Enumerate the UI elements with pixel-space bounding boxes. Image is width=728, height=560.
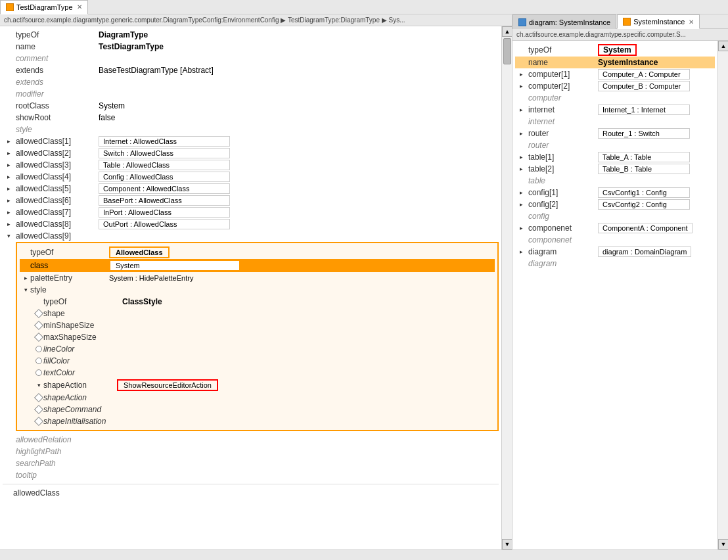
- expand-icon-table1[interactable]: ▸: [516, 152, 526, 162]
- content-area: ch.actifsource.example.diagramtype.gener…: [0, 14, 728, 549]
- right-panel: diagram: SystemInstance SystemInstance ✕…: [512, 14, 728, 549]
- tab-system-instance[interactable]: SystemInstance ✕: [617, 14, 700, 29]
- tab-bar: TestDiagramType ✕: [0, 0, 728, 14]
- expand-icon-4[interactable]: ▸: [4, 172, 13, 181]
- style-linecolor: lineColor: [33, 343, 495, 355]
- circle-icon-line: [35, 346, 42, 352]
- list-item: ▸ allowedClass[5] Component : AllowedCla…: [3, 183, 499, 195]
- value-ac7: InPort : AllowedClass: [99, 207, 230, 218]
- right-value-internet1: Internet_1 : Internet: [598, 105, 690, 115]
- expand-icon-5[interactable]: ▸: [4, 184, 13, 193]
- tab-close-test[interactable]: ✕: [77, 3, 82, 11]
- label-ac1: allowedClass[1]: [13, 137, 99, 146]
- right-scrollbar[interactable]: ▲ ▼: [717, 41, 728, 549]
- label-name: name: [13, 42, 99, 51]
- label-ac6: allowedClass[6]: [13, 196, 99, 205]
- list-item: ▸ allowedClass[7] InPort : AllowedClass: [3, 206, 499, 218]
- expand-icon-componenet[interactable]: ▸: [516, 223, 526, 233]
- nested-label-style: style: [30, 285, 109, 294]
- label-comment: comment: [13, 54, 99, 63]
- right-componenet1: ▸ componenet ComponentA : Component: [515, 222, 715, 234]
- right-internet1: ▸ internet Internet_1 : Internet: [515, 104, 715, 116]
- expand-icon-internet1[interactable]: ▸: [516, 105, 526, 114]
- right-internet-italic: internet: [515, 116, 715, 128]
- expand-icon-9[interactable]: ▾: [4, 231, 13, 241]
- right-breadcrumb-text: ch.actifsource.example.diagramtype.speci…: [516, 31, 686, 38]
- right-value-diagram1: diagram : DomainDiagram: [598, 246, 691, 257]
- tab-close-system[interactable]: ✕: [689, 18, 694, 26]
- left-scrollbar[interactable]: ▲ ▼: [501, 26, 512, 549]
- expand-icon-8[interactable]: ▸: [4, 220, 13, 229]
- scroll-down-arrow[interactable]: ▼: [502, 539, 512, 549]
- property-comment: comment: [3, 53, 499, 64]
- expand-icon-shapeaction[interactable]: ▾: [34, 381, 43, 390]
- right-tree[interactable]: typeOf System name SystemInstance ▸ comp…: [512, 41, 717, 549]
- scroll-track[interactable]: [502, 37, 512, 539]
- value-ac6: BasePort : AllowedClass: [99, 195, 230, 206]
- tab-diagram-system[interactable]: diagram: SystemInstance: [512, 14, 616, 29]
- expand-icon-style[interactable]: ▾: [21, 285, 30, 294]
- label-rootclass: rootClass: [13, 101, 99, 110]
- right-label-name: name: [526, 58, 598, 67]
- expand-icon-1[interactable]: ▸: [4, 137, 13, 146]
- right-label-componenet-i: componenet: [526, 235, 598, 245]
- style-label-shapecommand: shapeCommand: [43, 405, 117, 414]
- right-value-config2: CsvConfig2 : Config: [598, 199, 690, 210]
- expand-icon-computer1[interactable]: ▸: [516, 70, 526, 79]
- nested-allowed-class-panel: typeOf AllowedClass class System: [16, 242, 499, 431]
- nested-value-class[interactable]: System: [109, 260, 240, 271]
- nested-typeof: typeOf AllowedClass: [20, 246, 495, 259]
- expand-icon-7[interactable]: ▸: [4, 208, 13, 217]
- right-label-computer2: computer[2]: [526, 82, 598, 91]
- right-breadcrumb: ch.actifsource.example.diagramtype.speci…: [512, 29, 728, 41]
- nested-class-row[interactable]: class System: [20, 259, 495, 272]
- expand-icon-3[interactable]: ▸: [4, 160, 13, 170]
- right-value-name: SystemInstance: [598, 58, 658, 67]
- right-label-diagram1: diagram: [526, 247, 598, 256]
- right-scroll-track[interactable]: [718, 51, 728, 539]
- expand-icon-table2[interactable]: ▸: [516, 164, 526, 174]
- right-tab-bar: diagram: SystemInstance SystemInstance ✕: [512, 14, 728, 29]
- value-showroot: false: [99, 113, 115, 122]
- expand-icon-config2[interactable]: ▸: [516, 200, 526, 209]
- scroll-up-arrow[interactable]: ▲: [502, 26, 512, 37]
- right-scroll-up[interactable]: ▲: [718, 41, 728, 51]
- breadcrumb-text: ch.actifsource.example.diagramtype.gener…: [4, 16, 405, 24]
- style-shapeinit: shapeInitialisation: [33, 415, 495, 427]
- expand-icon-palette[interactable]: ▸: [21, 273, 30, 283]
- style-label-typeof: typeOf: [43, 297, 122, 306]
- expand-icon-router1[interactable]: ▸: [516, 129, 526, 138]
- style-value-shapeaction: ShowResourceEditorAction: [117, 379, 218, 391]
- label-extends2: extends: [13, 78, 99, 87]
- property-style: style: [3, 124, 499, 135]
- right-label-diagram-i: diagram: [526, 259, 598, 268]
- style-label-text: textColor: [43, 368, 117, 377]
- expand-icon-diagram[interactable]: ▸: [516, 247, 526, 256]
- right-computer1: ▸ computer[1] Computer_A : Computer: [515, 68, 715, 80]
- style-label-shapeaction: shapeAction: [43, 381, 117, 390]
- style-shapeaction2: shapeAction: [33, 392, 495, 404]
- nested-label-typeof: typeOf: [30, 248, 109, 257]
- expand-icon-6[interactable]: ▸: [4, 196, 13, 205]
- label-ac5: allowedClass[5]: [13, 184, 99, 193]
- expand-icon-config1[interactable]: ▸: [516, 188, 526, 197]
- right-value-table1: Table_A : Table: [598, 152, 690, 162]
- expand-icon-computer2[interactable]: ▸: [516, 82, 526, 91]
- bottom-properties: allowedRelation highlightPath searchPath: [3, 434, 499, 481]
- value-ac1: Internet : AllowedClass: [99, 136, 230, 147]
- bottom-allowed-class: allowedClass: [3, 484, 499, 499]
- label-allowedrelation: allowedRelation: [13, 435, 99, 444]
- style-typeof: typeOf ClassStyle: [33, 296, 495, 308]
- right-config-italic: config: [515, 210, 715, 222]
- expand-icon-2[interactable]: ▸: [4, 149, 13, 158]
- right-label-config1: config[1]: [526, 188, 598, 197]
- right-scroll-down[interactable]: ▼: [718, 539, 728, 549]
- style-textcolor: textColor: [33, 367, 495, 379]
- left-tree[interactable]: typeOf DiagramType name TestDiagramType …: [0, 26, 501, 549]
- property-extends2: extends: [3, 76, 499, 88]
- scroll-thumb[interactable]: [503, 38, 511, 64]
- label-tooltip: tooltip: [13, 471, 99, 480]
- label-ac4: allowedClass[4]: [13, 172, 99, 181]
- tab-test-diagram-type[interactable]: TestDiagramType ✕: [0, 0, 88, 14]
- right-value-typeof: System: [598, 44, 637, 56]
